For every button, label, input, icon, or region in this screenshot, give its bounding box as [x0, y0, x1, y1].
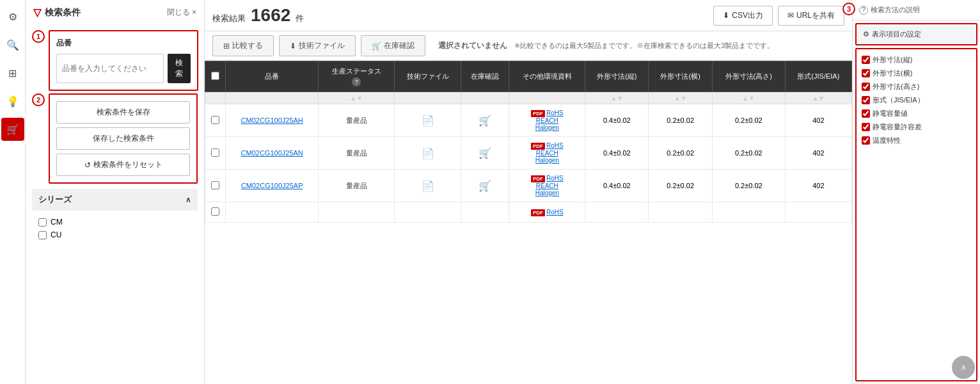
cb-item-2[interactable]: 外形寸法(高さ)	[862, 80, 971, 93]
row-dim-t-3: 0.2±0.02	[712, 170, 785, 202]
row-checkbox[interactable]	[205, 104, 226, 137]
header-form: 形式(JIS/EIA)	[785, 61, 851, 92]
reset-conditions-button[interactable]: ↺ 検索条件をリセット	[56, 154, 190, 176]
doc-icon-3[interactable]: 📄	[422, 180, 434, 191]
halogen-link-3[interactable]: Halogen	[513, 189, 581, 196]
row-cart[interactable]: 🛒	[461, 104, 509, 137]
series-item-cm[interactable]: CM	[38, 216, 191, 228]
series-header[interactable]: シリーズ ∧	[32, 189, 198, 211]
status-badge-2: 量産品	[346, 149, 367, 157]
row-select-4[interactable]	[211, 207, 219, 216]
doc-icon-2[interactable]: 📄	[422, 148, 434, 159]
row-cart-2[interactable]: 🛒	[461, 137, 509, 170]
rohs-link-4[interactable]: PDFRoHS	[513, 209, 581, 216]
series-item-cu[interactable]: CU	[38, 228, 191, 241]
rohs-link-3[interactable]: PDFRoHS	[513, 175, 581, 182]
sort-arrows-dim-v[interactable]: ▲▼	[610, 95, 623, 102]
row-select-1[interactable]	[211, 116, 219, 124]
cb-capacitance[interactable]	[862, 109, 870, 118]
part-link-1[interactable]: CM02CG100J25AH	[241, 116, 303, 124]
row-checkbox-4[interactable]	[205, 202, 226, 223]
network-icon[interactable]: ⊞	[1, 61, 24, 84]
help-button[interactable]: ? 検索方法の説明	[853, 0, 980, 20]
sort-dim-t[interactable]: ▲▼	[712, 92, 785, 104]
share-url-button[interactable]: ✉ URLを共有	[778, 6, 844, 26]
scroll-to-top-button[interactable]: ∧	[952, 356, 975, 379]
bulb-icon[interactable]: 💡	[1, 90, 24, 113]
badge-1: 1	[32, 30, 45, 43]
close-button[interactable]: 閉じる ×	[167, 7, 196, 18]
sort-dim-h[interactable]: ▲▼	[649, 92, 712, 104]
cb-label-0: 外形寸法(縦)	[873, 55, 912, 65]
row-dim-v-3: 0.4±0.02	[585, 170, 649, 202]
cart-bar-icon[interactable]: 🛒	[1, 118, 24, 141]
selection-status: 選択されていません	[438, 41, 507, 50]
row-select-3[interactable]	[211, 181, 219, 189]
doc-icon-1[interactable]: 📄	[422, 115, 434, 126]
cb-dim-v[interactable]	[862, 56, 870, 64]
settings-icon[interactable]: ⚙	[1, 5, 24, 28]
sort-arrows-status[interactable]: ▲▼	[350, 95, 363, 102]
rohs-link-1[interactable]: PDFRoHS	[513, 109, 581, 117]
row-checkbox-3[interactable]	[205, 170, 226, 202]
csv-export-button[interactable]: ⬇ CSV出力	[713, 6, 773, 26]
settings-display-button[interactable]: ⚙ 表示項目の設定	[855, 23, 977, 45]
reach-link-3[interactable]: REACH	[513, 182, 581, 189]
results-info: 検索結果 1662 件	[212, 5, 304, 26]
select-all-checkbox[interactable]	[211, 72, 219, 80]
part-number-search-button[interactable]: 検索	[168, 54, 191, 83]
rohs-link-2[interactable]: PDFRoHS	[513, 142, 581, 150]
reach-link-1[interactable]: REACH	[513, 117, 581, 124]
part-link-2[interactable]: CM02CG100J25AN	[241, 149, 303, 157]
row-checkbox-2[interactable]	[205, 137, 226, 170]
search-sidebar-icon[interactable]: 🔍	[1, 33, 24, 56]
sort-arrows-dim-h[interactable]: ▲▼	[674, 95, 687, 102]
save-conditions-button[interactable]: 検索条件を保存	[56, 101, 190, 124]
sort-arrows-form[interactable]: ▲▼	[812, 95, 825, 102]
cart-icon-1[interactable]: 🛒	[478, 115, 491, 126]
stock-button[interactable]: 🛒 在庫確認	[361, 35, 425, 56]
sort-status[interactable]: ▲▼	[319, 92, 395, 104]
reach-link-2[interactable]: REACH	[513, 150, 581, 157]
cb-item-3[interactable]: 形式（JIS/EIA）	[862, 93, 971, 107]
load-conditions-button[interactable]: 保存した検索条件	[56, 127, 190, 150]
cb-dim-h[interactable]	[862, 69, 870, 77]
row-cart-3[interactable]: 🛒	[461, 170, 509, 202]
row-tech-2[interactable]: 📄	[395, 137, 461, 170]
cart-icon-3[interactable]: 🛒	[478, 180, 491, 191]
series-checkbox-cm[interactable]	[38, 218, 47, 227]
row-tech-3[interactable]: 📄	[395, 170, 461, 202]
row-select-2[interactable]	[211, 148, 219, 157]
cb-item-4[interactable]: 静電容量値	[862, 107, 971, 120]
cb-item-6[interactable]: 温度特性	[862, 134, 971, 147]
row-part-number-4	[226, 202, 319, 223]
sort-form[interactable]: ▲▼	[785, 92, 851, 104]
halogen-link-1[interactable]: Halogen	[513, 124, 581, 131]
halogen-link-2[interactable]: Halogen	[513, 157, 581, 164]
row-status-2: 量産品	[319, 137, 395, 170]
table-wrapper[interactable]: 品番 生産ステータス ? 技術ファイル 在庫確認 その他環境資料 外形寸法(縦)…	[205, 61, 852, 384]
row-tech[interactable]: 📄	[395, 104, 461, 137]
cb-temp[interactable]	[862, 136, 870, 145]
series-label-cu: CU	[51, 230, 61, 239]
status-info-icon[interactable]: ?	[352, 77, 361, 86]
sort-arrows-dim-t[interactable]: ▲▼	[742, 95, 755, 102]
compare-button[interactable]: ⊞ 比較する	[212, 35, 274, 56]
series-items: CM CU	[32, 211, 198, 246]
header-stock: 在庫確認	[461, 61, 509, 92]
series-label-cm: CM	[51, 218, 63, 227]
cb-form[interactable]	[862, 96, 870, 104]
tech-file-button[interactable]: ⬇ 技術ファイル	[279, 35, 356, 56]
header-checkbox[interactable]	[205, 61, 226, 92]
series-checkbox-cu[interactable]	[38, 231, 47, 239]
env-links-4: PDFRoHS	[513, 209, 581, 216]
cb-item-0[interactable]: 外形寸法(縦)	[862, 53, 971, 67]
cb-tolerance[interactable]	[862, 123, 870, 131]
cart-icon-2[interactable]: 🛒	[478, 148, 491, 159]
part-number-input[interactable]	[56, 54, 164, 83]
cb-dim-t[interactable]	[862, 83, 870, 91]
part-link-3[interactable]: CM02CG100J25AP	[241, 182, 303, 189]
cb-item-5[interactable]: 静電容量許容差	[862, 120, 971, 134]
cb-item-1[interactable]: 外形寸法(横)	[862, 67, 971, 80]
sort-dim-v[interactable]: ▲▼	[585, 92, 649, 104]
